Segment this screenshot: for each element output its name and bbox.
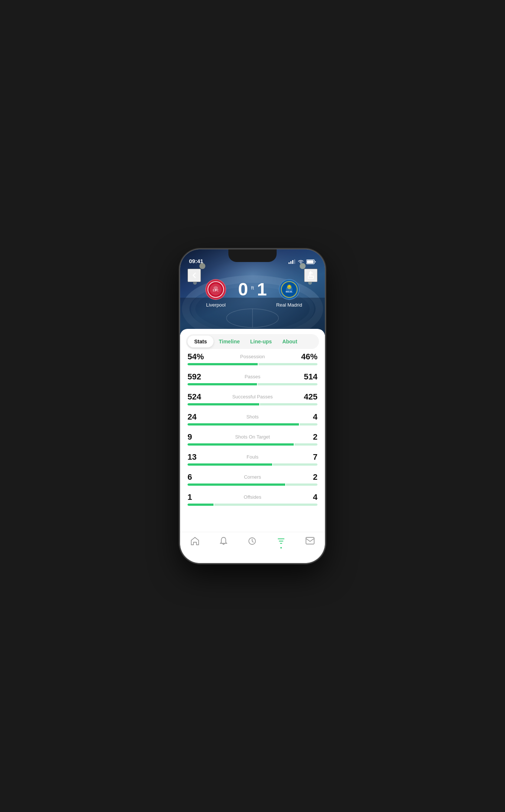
tab-lineups[interactable]: Line-ups	[245, 336, 277, 347]
stat-away-value-4: 2	[295, 432, 317, 442]
stat-home-value-6: 6	[188, 472, 210, 482]
status-icons	[289, 259, 316, 264]
stat-label-1: Passes	[210, 374, 295, 379]
stat-label-7: Offsides	[210, 494, 295, 500]
stat-bar-0	[188, 363, 317, 365]
stats-rows: 54% Possession 46% 592 Passes 514 524 Su…	[188, 352, 317, 506]
signal-icon	[289, 259, 295, 264]
stat-home-value-5: 13	[188, 452, 210, 462]
filter-icon	[277, 537, 286, 546]
stat-away-value-5: 7	[295, 452, 317, 462]
stat-values-4: 9 Shots On Target 2	[188, 432, 317, 442]
stat-values-0: 54% Possession 46%	[188, 352, 317, 362]
status-time: 09:41	[189, 258, 203, 264]
stat-away-value-6: 2	[295, 472, 317, 482]
svg-rect-0	[289, 262, 290, 264]
svg-text:REAL: REAL	[286, 290, 293, 293]
score-area: 0 ft 1	[238, 281, 267, 306]
stat-row-shots-on-target: 9 Shots On Target 2	[188, 432, 317, 446]
bar-away-7	[214, 504, 317, 506]
tab-stats[interactable]: Stats	[188, 336, 214, 347]
stat-label-5: Fouls	[210, 454, 295, 460]
stat-home-value-3: 24	[188, 412, 210, 422]
svg-rect-5	[307, 260, 314, 263]
stat-bar-5	[188, 463, 317, 466]
bell-icon	[219, 537, 228, 546]
stat-values-7: 1 Offsides 4	[188, 492, 317, 502]
tab-about[interactable]: About	[277, 336, 302, 347]
nav-history[interactable]	[248, 537, 257, 546]
bar-away-3	[300, 423, 317, 426]
bar-home-6	[188, 483, 285, 486]
svg-rect-28	[306, 537, 314, 544]
bar-away-4	[294, 443, 317, 446]
tab-timeline[interactable]: Timeline	[214, 336, 245, 347]
home-team-crest: LFC	[205, 279, 226, 300]
battery-icon	[306, 259, 316, 264]
stat-home-value-0: 54%	[188, 352, 210, 362]
phone-notch	[228, 249, 277, 262]
stat-values-2: 524 Successful Passes 425	[188, 392, 317, 402]
nav-filter[interactable]	[277, 537, 286, 549]
stat-row-corners: 6 Corners 2	[188, 472, 317, 486]
bar-away-1	[258, 383, 317, 385]
bar-away-5	[273, 463, 318, 466]
stat-label-3: Shots	[210, 414, 295, 420]
stat-away-value-0: 46%	[295, 352, 317, 362]
svg-rect-2	[292, 260, 293, 264]
stat-values-3: 24 Shots 4	[188, 412, 317, 422]
clock-icon	[248, 537, 257, 546]
stat-values-6: 6 Corners 2	[188, 472, 317, 482]
stat-away-value-1: 514	[295, 372, 317, 382]
nav-home[interactable]	[190, 537, 200, 546]
bar-home-4	[188, 443, 294, 446]
away-team: REAL Real Madrid	[267, 279, 312, 308]
stat-values-1: 592 Passes 514	[188, 372, 317, 382]
stat-row-fouls: 13 Fouls 7	[188, 452, 317, 466]
stat-row-successful-passes: 524 Successful Passes 425	[188, 392, 317, 405]
match-period: ft	[251, 285, 254, 291]
stat-bar-6	[188, 483, 317, 486]
stat-label-4: Shots On Target	[210, 434, 295, 440]
svg-rect-3	[294, 259, 295, 264]
nav-notifications[interactable]	[219, 537, 228, 546]
bar-home-7	[188, 504, 214, 506]
stat-bar-3	[188, 423, 317, 426]
tabs-container: Stats Timeline Line-ups About	[186, 334, 319, 349]
bar-home-1	[188, 383, 257, 385]
home-team-name: Liverpool	[206, 302, 226, 308]
stat-home-value-4: 9	[188, 432, 210, 442]
stat-row-possession: 54% Possession 46%	[188, 352, 317, 365]
stat-row-passes: 592 Passes 514	[188, 372, 317, 385]
away-score: 1	[257, 281, 267, 298]
bar-home-0	[188, 363, 258, 365]
stat-values-5: 13 Fouls 7	[188, 452, 317, 462]
stat-row-shots: 24 Shots 4	[188, 412, 317, 426]
bar-away-2	[260, 403, 317, 405]
match-info: LFC Liverpool 0 ft 1	[180, 279, 325, 308]
bar-home-5	[188, 463, 272, 466]
stat-label-2: Successful Passes	[210, 394, 295, 399]
stat-home-value-1: 592	[188, 372, 210, 382]
stat-bar-1	[188, 383, 317, 385]
stats-section: 54% Possession 46% 592 Passes 514 524 Su…	[180, 352, 325, 506]
stat-bar-7	[188, 504, 317, 506]
stat-bar-2	[188, 403, 317, 405]
stat-bar-4	[188, 443, 317, 446]
main-scroll[interactable]: Stats Timeline Line-ups About 54% Posses…	[180, 329, 325, 532]
nav-active-dot	[280, 547, 282, 549]
bar-home-3	[188, 423, 299, 426]
stat-label-0: Possession	[210, 354, 295, 359]
bar-away-6	[286, 483, 318, 486]
home-icon	[190, 537, 200, 546]
away-team-name: Real Madrid	[276, 302, 302, 308]
bar-home-2	[188, 403, 259, 405]
svg-rect-1	[290, 261, 291, 264]
wifi-icon	[297, 259, 304, 264]
away-team-crest: REAL	[279, 279, 300, 300]
stat-away-value-3: 4	[295, 412, 317, 422]
nav-messages[interactable]	[305, 537, 315, 545]
stat-home-value-7: 1	[188, 492, 210, 502]
stat-away-value-7: 4	[295, 492, 317, 502]
bar-away-0	[258, 363, 317, 365]
